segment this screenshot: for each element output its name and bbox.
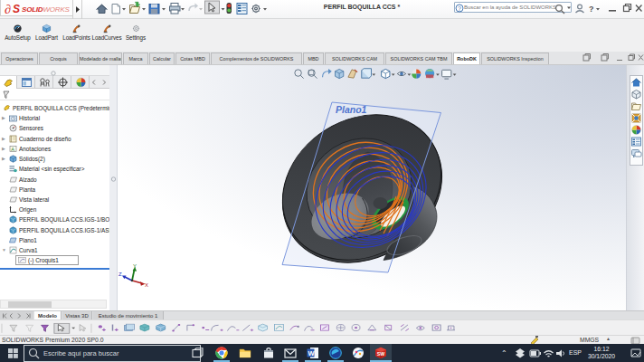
svg-text:∂: ∂: [5, 3, 11, 16]
svg-text:W: W: [308, 349, 316, 357]
svg-text:WORKS: WORKS: [43, 5, 71, 14]
svg-text:?: ?: [458, 5, 461, 12]
svg-text:Z: Z: [118, 272, 122, 277]
svg-text:A: A: [11, 147, 14, 152]
svg-text:S: S: [13, 3, 20, 15]
svg-text:SW: SW: [377, 351, 384, 357]
svg-text:Plano1: Plano1: [336, 104, 367, 115]
svg-text:SOLID: SOLID: [22, 5, 43, 14]
svg-text:X: X: [145, 282, 148, 288]
svg-text:Y: Y: [133, 263, 137, 269]
svg-text:?: ?: [589, 5, 594, 14]
